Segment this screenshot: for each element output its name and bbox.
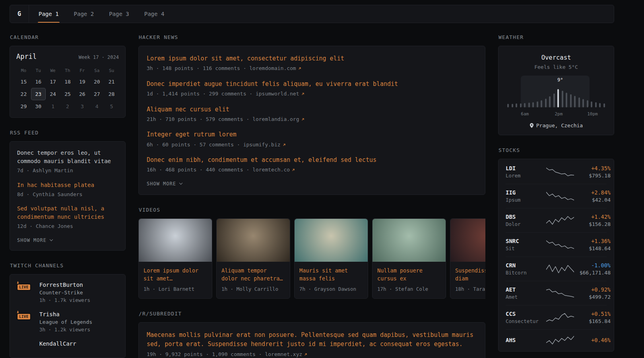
subreddit-post-meta: 19h · 9,932 points · 1,090 comments · lo… <box>147 350 477 358</box>
subreddit-post-title-link[interactable]: Maecenas mollis pulvinar erat non posuer… <box>147 331 477 349</box>
calendar-day: 22 <box>16 88 31 100</box>
stock-change-percent: +0.46% <box>591 337 611 343</box>
hn-item-meta: 16h · 468 points · 440 comments · loremt… <box>147 166 477 174</box>
channel-category: Counter-Strike <box>39 290 90 296</box>
stock-row[interactable]: IIG Ipsum +2.84% $42.04 <box>506 184 607 208</box>
avatar-wrap <box>17 340 34 347</box>
hn-item-meta: 1d · 1,414 points · 299 comments · ipsum… <box>147 90 477 98</box>
location-pin-icon <box>530 123 534 128</box>
video-body: Mauris sit amet massa felis 7h · Grayson… <box>295 262 368 298</box>
stock-row[interactable]: CCS Consectetur +0.51% $165.84 <box>506 305 607 329</box>
stock-identity: IIG Ipsum <box>506 189 546 203</box>
rss-title-link[interactable]: In hac habitasse platea <box>17 181 118 189</box>
stock-values: +1.36% $148.64 <box>574 238 611 251</box>
stock-price: $148.64 <box>589 245 611 251</box>
weekday-label: Su <box>104 65 119 76</box>
calendar-day: 19 <box>75 76 89 88</box>
live-badge: LIVE <box>17 284 31 291</box>
hn-item: Donec imperdiet augue tincidunt felis al… <box>147 80 477 98</box>
video-title-link[interactable]: Suspendisse potenti diam <box>455 267 485 283</box>
page-tab[interactable]: Page 1 <box>38 5 60 23</box>
hn-meta-text: 1d · 1,414 points · 299 comments <box>147 91 246 97</box>
hacker-news-card: Lorem ipsum dolor sit amet, consectetur … <box>138 46 485 195</box>
hn-domain-link[interactable]: loremdomain.com <box>249 65 301 71</box>
twitch-channel-row[interactable]: LIVE Trisha League of Legends 3h · 1.2k … <box>17 311 118 333</box>
subreddit-domain-link[interactable]: loremnet.xyz <box>265 351 308 357</box>
calendar-year: 2024 <box>107 54 119 60</box>
hn-domain: ipsumworld.net <box>256 91 299 97</box>
videos-section-title: VIDEOS <box>139 207 485 213</box>
stock-row[interactable]: LDI Lorem +4.35% $795.18 <box>506 160 607 184</box>
video-thumbnail <box>450 219 485 262</box>
rss-item: Donec tempor eros leo, ut commodo mauris… <box>17 149 118 175</box>
rss-item: In hac habitasse platea 8d · Cynthia Sau… <box>17 181 118 198</box>
calendar-section-title: CALENDAR <box>10 34 126 40</box>
video-thumbnail <box>295 219 368 262</box>
stock-row[interactable]: AET Amet +0.92% $499.72 <box>506 281 607 305</box>
stock-values: +0.46% <box>574 337 611 343</box>
weather-location: Prague, Czechia <box>506 123 607 128</box>
video-title-link[interactable]: Nullam posuere cursus ex <box>377 267 441 283</box>
twitch-channel-row[interactable]: LIVE ForrestBurton Counter-Strike 1h · 1… <box>17 282 118 303</box>
video-row: Lorem ipsum dolor sit amet consectetu… 1… <box>138 218 485 299</box>
stocks-section-title: STOCKS <box>499 147 614 153</box>
video-card[interactable]: Nullam posuere cursus ex 17h · Stefan Co… <box>372 218 446 299</box>
stock-row[interactable]: DBS Dolor +1.42% $156.28 <box>506 208 607 232</box>
rss-item-meta: 7d · Ashlyn Martin <box>17 167 118 175</box>
stock-row[interactable]: CRN Bitcorn -1.00% $66,171.48 <box>506 257 607 281</box>
stock-name: Dolor <box>506 221 546 227</box>
stock-price: $795.18 <box>589 173 611 179</box>
video-card[interactable]: Mauris sit amet massa felis 7h · Grayson… <box>294 218 368 299</box>
stock-row[interactable]: AHS +0.46% <box>506 329 607 350</box>
page-tab[interactable]: Page 3 <box>108 5 130 23</box>
hn-meta-text: 3h · 148 points · 116 comments <box>147 65 240 71</box>
stock-identity: CRN Bitcorn <box>506 262 546 276</box>
hn-domain-link[interactable]: loremtech.co <box>252 167 295 173</box>
hn-domain-link[interactable]: ipsumworld.net <box>256 91 305 97</box>
page-tab[interactable]: Page 2 <box>73 5 95 23</box>
hn-title-link[interactable]: Aliquam nec cursus elit <box>147 105 477 114</box>
hn-domain-link[interactable]: ipsumify.biz <box>243 142 286 148</box>
stock-identity: DBS Dolor <box>506 214 546 227</box>
hn-title-link[interactable]: Donec imperdiet augue tincidunt felis al… <box>147 80 477 89</box>
external-link-icon <box>298 66 302 72</box>
calendar-header: April Week 17 · 2024 <box>16 53 119 60</box>
stock-row[interactable]: SNRC Sit +1.36% $148.64 <box>506 232 607 257</box>
rss-show-more-button[interactable]: SHOW MORE <box>17 237 52 243</box>
page-tabs: Page 1 Page 2 Page 3 Page 4 <box>38 5 165 23</box>
rss-title-link[interactable]: Sed volutpat nulla nisl, a condimentum n… <box>17 204 118 221</box>
external-link-icon <box>282 142 286 148</box>
hn-title-link[interactable]: Donec enim nibh, condimentum et accumsan… <box>147 156 477 165</box>
stock-values: +4.35% $795.18 <box>574 165 611 179</box>
time-label: 2pm <box>555 111 563 117</box>
weather-bars <box>507 79 605 107</box>
hn-domain-link[interactable]: loremlandia.org <box>252 116 305 122</box>
hn-item-meta: 6h · 60 points · 57 comments · ipsumify.… <box>147 141 477 149</box>
video-title-link[interactable]: Lorem ipsum dolor sit amet consectetu… <box>144 267 207 283</box>
rss-title-link[interactable]: Donec tempor eros leo, ut commodo mauris… <box>17 149 118 165</box>
hn-title-link[interactable]: Integer eget rutrum lorem <box>147 130 477 139</box>
external-link-icon <box>304 352 308 358</box>
twitch-channel-row[interactable]: KendallCarr <box>17 340 118 347</box>
weather-feels-like: Feels like 5°C <box>506 64 607 70</box>
calendar-day: 18 <box>60 76 75 88</box>
video-title-link[interactable]: Aliquam tempor dolor nec pharetra… <box>221 267 285 283</box>
hn-title-link[interactable]: Lorem ipsum dolor sit amet, consectetur … <box>147 54 477 63</box>
stock-values: +0.92% $499.72 <box>574 286 611 300</box>
video-meta: 1h · Lori Barnett <box>144 286 207 293</box>
video-meta: 1h · Molly Carrillo <box>221 286 285 293</box>
stock-identity: AHS <box>506 337 546 343</box>
right-column: WEATHER Overcast Feels like 5°C 9° 6am2p… <box>498 34 614 358</box>
calendar-widget: CALENDAR April Week 17 · 2024 MoTuWeThFr… <box>10 34 126 118</box>
video-card[interactable]: Lorem ipsum dolor sit amet consectetu… 1… <box>138 218 212 299</box>
rss-item: Sed volutpat nulla nisl, a condimentum n… <box>17 204 118 230</box>
page-tab[interactable]: Page 4 <box>144 5 165 23</box>
stock-symbol: DBS <box>506 214 546 220</box>
video-card[interactable]: Suspendisse potenti diam 18h · Tara <box>450 218 485 299</box>
rss-section-title: RSS FEED <box>10 130 126 136</box>
video-title-link[interactable]: Mauris sit amet massa felis <box>299 267 363 283</box>
video-card[interactable]: Aliquam tempor dolor nec pharetra… 1h · … <box>216 218 290 299</box>
hn-show-more-button[interactable]: SHOW MORE <box>147 181 182 187</box>
stock-sparkline <box>546 239 574 250</box>
video-meta: 18h · Tara <box>455 286 485 293</box>
